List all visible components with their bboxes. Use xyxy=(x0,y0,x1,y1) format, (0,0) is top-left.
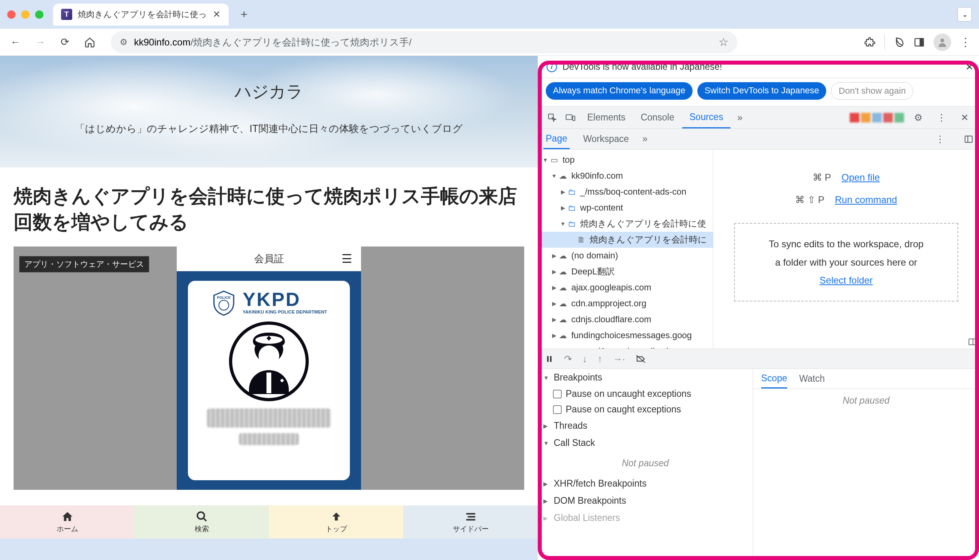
svg-rect-1 xyxy=(920,38,923,46)
section-breakpoints[interactable]: ▼Breakpoints xyxy=(538,369,753,386)
bookmark-star-icon[interactable]: ☆ xyxy=(718,35,728,49)
search-icon xyxy=(196,511,208,523)
run-command-link[interactable]: Run command xyxy=(835,194,897,205)
blurred-id xyxy=(239,433,299,445)
tree-domain[interactable]: kk90info.com xyxy=(571,171,623,181)
language-pill-row: Always match Chrome's language Switch De… xyxy=(538,78,979,106)
subtab-page[interactable]: Page xyxy=(543,129,570,149)
tree-item[interactable]: cdnjs.cloudflare.com xyxy=(571,314,651,325)
section-dom-breakpoints[interactable]: ▶DOM Breakpoints xyxy=(538,492,753,509)
tree-top[interactable]: top xyxy=(563,155,575,165)
infobar-close-icon[interactable]: ✕ xyxy=(965,61,973,73)
section-callstack[interactable]: ▼Call Stack xyxy=(538,434,753,452)
tab-list-chevron-icon[interactable]: ⌄ xyxy=(957,7,972,22)
keyboard-shortcut: ⌘ P xyxy=(813,172,831,183)
select-folder-link[interactable]: Select folder xyxy=(819,275,872,286)
file-tree[interactable]: ▼▭top ▼☁kk90info.com ▶🗀_/mss/boq-content… xyxy=(538,150,713,349)
dock-icon[interactable] xyxy=(968,337,977,346)
step-icon[interactable]: →· xyxy=(613,353,625,365)
kebab-icon[interactable]: ⋮ xyxy=(933,112,950,123)
tab-console[interactable]: Console xyxy=(634,106,681,128)
phone-title: 会員証 xyxy=(254,252,284,265)
home-button[interactable] xyxy=(82,35,97,50)
pause-uncaught-checkbox[interactable]: Pause on uncaught exceptions xyxy=(538,386,753,402)
leaf-icon[interactable] xyxy=(894,37,905,48)
tree-file[interactable]: 焼肉きんぐアプリを会計時に xyxy=(590,234,707,246)
more-tabs-icon[interactable]: » xyxy=(731,112,749,123)
browser-tab[interactable]: T 焼肉きんぐアプリを会計時に使っ ✕ xyxy=(53,4,229,26)
close-devtools-icon[interactable]: ✕ xyxy=(956,112,973,123)
site-info-icon[interactable]: ⚙ xyxy=(120,37,128,47)
list-icon xyxy=(465,511,477,523)
info-icon: i xyxy=(547,62,557,72)
bottomnav-top[interactable]: トップ xyxy=(269,505,403,538)
cloud-icon: ☁ xyxy=(558,315,568,324)
step-into-icon[interactable]: ↓ xyxy=(582,353,587,365)
section-threads[interactable]: ▶Threads xyxy=(538,417,753,434)
workspace-dropzone[interactable]: To sync edits to the workspace, drop a f… xyxy=(734,223,958,302)
subtab-kebab-icon[interactable]: ⋮ xyxy=(936,134,945,144)
kebab-menu-icon[interactable]: ⋮ xyxy=(960,35,971,49)
maximize-window-button[interactable] xyxy=(35,10,43,19)
bottomnav-sidebar[interactable]: サイドバー xyxy=(403,505,538,538)
article-image: アプリ・ソフトウェア・サービス 会員証 ☰ POLICE YKPD YAKINI… xyxy=(14,246,524,490)
gear-icon[interactable]: ⚙ xyxy=(910,112,927,123)
tree-item[interactable]: DeepL翻訳 xyxy=(571,266,615,278)
phone-header: 会員証 ☰ xyxy=(177,246,361,271)
minimize-window-button[interactable] xyxy=(21,10,30,19)
bottomnav-home[interactable]: ホーム xyxy=(0,505,134,538)
device-toggle-icon[interactable] xyxy=(562,113,579,122)
tab-sources[interactable]: Sources xyxy=(682,106,730,128)
pause-caught-checkbox[interactable]: Pause on caught exceptions xyxy=(538,402,753,417)
address-bar[interactable]: ⚙ kk90info.com/焼肉きんぐアプリを会計時に使って焼肉ポリス手/ ☆ xyxy=(111,31,737,53)
svg-point-4 xyxy=(219,300,229,310)
svg-point-7 xyxy=(259,345,279,366)
step-over-icon[interactable]: ↷ xyxy=(564,353,572,365)
extensions-icon[interactable] xyxy=(865,37,876,48)
svg-rect-15 xyxy=(550,356,552,362)
close-window-button[interactable] xyxy=(7,10,16,19)
profile-avatar[interactable] xyxy=(934,34,951,51)
step-out-icon[interactable]: ↑ xyxy=(598,353,602,365)
more-subtabs-icon[interactable]: » xyxy=(642,134,647,144)
tree-item[interactable]: (no domain) xyxy=(571,250,618,261)
deactivate-breakpoints-icon[interactable] xyxy=(636,355,646,363)
close-tab-icon[interactable]: ✕ xyxy=(213,9,221,20)
new-tab-button[interactable]: + xyxy=(241,8,248,21)
svg-rect-11 xyxy=(573,116,575,120)
pause-icon[interactable] xyxy=(545,355,554,363)
tree-item[interactable]: ajax.googleapis.com xyxy=(571,282,651,293)
window-icon: ▭ xyxy=(549,155,559,165)
bottomnav-search[interactable]: 検索 xyxy=(134,505,269,538)
switch-japanese-button[interactable]: Switch DevTools to Japanese xyxy=(697,82,826,100)
tree-item[interactable]: pagead2.googlesyndication.co xyxy=(571,346,690,349)
sources-subtabs: Page Workspace » ⋮ xyxy=(538,129,979,150)
category-badge[interactable]: アプリ・ソフトウェア・サービス xyxy=(19,256,149,272)
open-file-link[interactable]: Open file xyxy=(841,172,880,183)
tab-scope[interactable]: Scope xyxy=(761,369,787,388)
dont-show-button[interactable]: Don't show again xyxy=(831,82,913,100)
section-xhr-breakpoints[interactable]: ▶XHR/fetch Breakpoints xyxy=(538,475,753,492)
tree-folder[interactable]: _/mss/boq-content-ads-con xyxy=(580,187,687,197)
sidepanel-icon[interactable] xyxy=(914,37,925,48)
site-name[interactable]: ハジカラ xyxy=(235,81,303,103)
reload-button[interactable]: ⟳ xyxy=(57,35,73,50)
devtools-panel: i DevTools is now available in Japanese!… xyxy=(538,56,979,560)
member-card: POLICE YKPD YAKINIKU KING POLICE DEPARTM… xyxy=(177,271,361,490)
tab-watch[interactable]: Watch xyxy=(799,369,825,388)
tree-item[interactable]: fundingchoicesmessages.goog xyxy=(571,330,692,341)
inspect-icon[interactable] xyxy=(543,113,561,122)
bottomnav-label: サイドバー xyxy=(453,524,489,534)
tab-elements[interactable]: Elements xyxy=(580,106,633,128)
toggle-navigator-icon[interactable] xyxy=(964,134,973,144)
section-global-listeners[interactable]: ▶Global Listeners xyxy=(538,509,753,526)
home-icon xyxy=(61,511,73,523)
always-match-button[interactable]: Always match Chrome's language xyxy=(546,82,693,100)
back-button[interactable]: ← xyxy=(8,35,23,50)
tree-item[interactable]: cdn.ampproject.org xyxy=(571,298,646,309)
forward-button[interactable]: → xyxy=(33,35,48,50)
tree-folder[interactable]: 焼肉きんぐアプリを会計時に使 xyxy=(580,218,706,230)
tree-folder[interactable]: wp-content xyxy=(580,203,623,213)
subtab-workspace[interactable]: Workspace xyxy=(581,129,632,149)
svg-point-8 xyxy=(197,512,204,519)
